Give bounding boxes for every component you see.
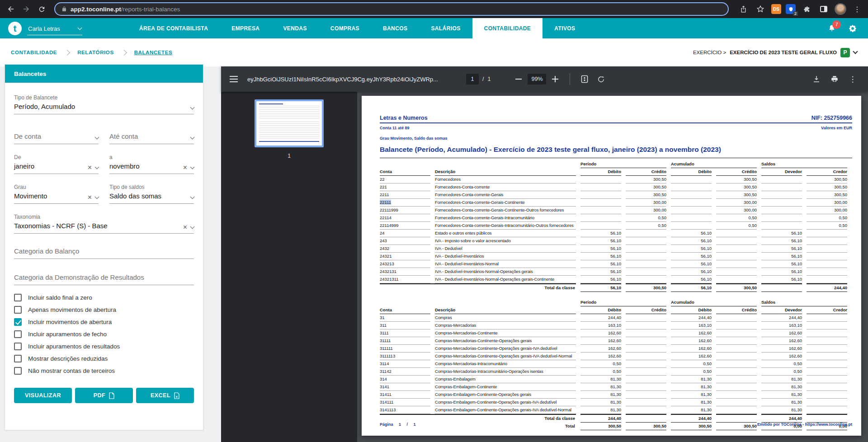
- table-cell: 0,50: [716, 214, 757, 222]
- extension-ds-icon[interactable]: DS: [771, 4, 781, 14]
- zoom-out-button[interactable]: [511, 72, 526, 86]
- categoria-balanco-input[interactable]: Categoria do Balanço: [14, 246, 194, 259]
- nav-item-area-contabilista[interactable]: ÁREA DE CONTABILISTA: [127, 18, 220, 38]
- forward-icon[interactable]: [20, 3, 33, 15]
- zoom-level[interactable]: 99%: [528, 74, 546, 85]
- extension-shield-icon[interactable]: 2: [786, 4, 796, 14]
- checkbox-row[interactable]: Incluir movimentos de abertura: [14, 316, 194, 328]
- categoria-dr-input[interactable]: Categoria da Demonstração de Resultados: [14, 273, 194, 285]
- browser-menu-icon[interactable]: ⋮: [851, 3, 863, 15]
- breadcrumb-contabilidade[interactable]: CONTABILIDADE: [11, 50, 57, 55]
- zoom-in-button[interactable]: [548, 72, 562, 86]
- page-thumbnail[interactable]: [255, 99, 324, 147]
- table-cell: Conta: [380, 168, 430, 176]
- checkbox[interactable]: [14, 318, 22, 326]
- mes-fim-select[interactable]: a novembro ×: [109, 153, 194, 174]
- ate-conta-select[interactable]: Até conta: [109, 132, 194, 144]
- field-placeholder: Categoria do Balanço: [14, 247, 79, 255]
- nav-item-vendas[interactable]: VENDAS: [271, 18, 318, 38]
- mes-inicio-select[interactable]: De janeiro ×: [14, 153, 99, 174]
- checkbox-row[interactable]: Mostrar descrições reduzidas: [14, 353, 194, 365]
- table-cell: 81,30: [671, 383, 712, 391]
- page-count: 1: [487, 76, 491, 82]
- breadcrumb-relatorios[interactable]: RELATÓRIOS: [77, 50, 114, 55]
- back-icon[interactable]: [5, 3, 17, 15]
- profile-avatar[interactable]: [835, 3, 846, 15]
- refresh-icon[interactable]: [35, 3, 48, 15]
- checkbox[interactable]: [14, 330, 22, 338]
- checkbox[interactable]: [14, 306, 22, 314]
- nav-item-contabilidade[interactable]: CONTABILIDADE: [472, 18, 543, 38]
- checkbox-label: Incluir apuramentos de fecho: [28, 331, 107, 338]
- table-cell: Fornecedores-Conta-corrente: [435, 183, 576, 191]
- report-conta-range: Conta 11 até 89: [380, 126, 410, 130]
- visualizar-button[interactable]: VISUALIZAR: [14, 388, 72, 403]
- checkbox-row[interactable]: Apenas movimentos de abertura: [14, 304, 194, 316]
- table-cell: 31142: [380, 368, 430, 376]
- tipo-balancete-select[interactable]: Tipo de Balancete Período, Acumulado: [14, 94, 194, 114]
- table-cell: 24321311: [380, 276, 430, 283]
- chevron-down-icon: [77, 26, 82, 30]
- pdf-button[interactable]: PDF: [75, 388, 133, 403]
- page-number-input[interactable]: 1: [466, 74, 479, 85]
- table-cell: [626, 253, 666, 260]
- checkbox-row[interactable]: Incluir saldo final a zero: [14, 292, 194, 304]
- side-panel-icon[interactable]: [817, 3, 830, 15]
- breadcrumb-balancetes[interactable]: BALANCETES: [134, 50, 173, 55]
- table-cell: [716, 237, 757, 245]
- nav-item-ativos[interactable]: ATIVOS: [542, 18, 587, 38]
- field-value: novembro: [109, 162, 140, 170]
- share-icon[interactable]: [737, 3, 750, 15]
- grau-select[interactable]: Grau Movimento ×: [14, 183, 99, 204]
- rotate-button[interactable]: [594, 72, 608, 86]
- checkbox[interactable]: [14, 294, 22, 301]
- table-cell: [626, 260, 666, 268]
- extensions-puzzle-icon[interactable]: [800, 3, 813, 15]
- download-icon[interactable]: [809, 72, 824, 86]
- clear-x-icon[interactable]: ×: [88, 195, 92, 200]
- table-cell: 56,10: [580, 276, 621, 283]
- nav-item-salarios[interactable]: SALÁRIOS: [419, 18, 472, 38]
- hamburger-menu-icon[interactable]: [226, 72, 241, 86]
- print-icon[interactable]: [827, 72, 842, 86]
- clear-x-icon[interactable]: ×: [88, 165, 92, 170]
- checkbox-row[interactable]: Não mostrar contas de terceiros: [14, 365, 194, 377]
- table-cell: 2432131: [380, 268, 430, 276]
- checkbox-row[interactable]: Incluir apuramentos de resultados: [14, 340, 194, 353]
- table-cell: [716, 345, 757, 353]
- total-row: Total da classe56,10300,5056,10300,50244…: [380, 283, 847, 292]
- table-cell: [626, 383, 666, 391]
- tipo-saldos-select[interactable]: Tipo de saldos Saldo das somas: [109, 183, 194, 204]
- nav-item-empresa[interactable]: EMPRESA: [220, 18, 271, 38]
- clear-x-icon[interactable]: ×: [183, 165, 187, 170]
- taxonomia-select[interactable]: Taxonomia Taxonomias - NCRF (S) - Base ×: [14, 213, 194, 234]
- clear-x-icon[interactable]: ×: [183, 225, 187, 230]
- checkbox[interactable]: [14, 355, 22, 362]
- company-selector[interactable]: Carla Letras: [27, 24, 82, 35]
- table-cell: 0,50: [807, 222, 847, 230]
- settings-gear-icon[interactable]: [848, 24, 857, 33]
- exercise-selector[interactable]: EXERCÍCIO > EXERCÍCIO DE 2023 TESTE GERA…: [693, 48, 857, 57]
- checkbox[interactable]: [14, 367, 22, 375]
- nav-item-compras[interactable]: COMPRAS: [319, 18, 371, 38]
- fit-page-button[interactable]: [577, 72, 592, 86]
- de-conta-select[interactable]: De conta: [14, 132, 99, 144]
- table-row: 22114Fornecedores-Conta-corrente-Gerais-…: [380, 214, 847, 222]
- nav-item-bancos[interactable]: BANCOS: [371, 18, 419, 38]
- table-cell: 31411: [380, 391, 430, 399]
- bookmark-star-icon[interactable]: [754, 3, 767, 15]
- button-label: PDF: [94, 392, 106, 399]
- table-cell: [380, 296, 430, 306]
- notifications-bell-icon[interactable]: 7: [827, 24, 836, 33]
- more-options-icon[interactable]: ⋮: [845, 72, 860, 86]
- table-cell: [626, 414, 666, 423]
- checkbox[interactable]: [14, 343, 22, 350]
- table-cell: Fornecedores-Conta-corrente-Gerais-Conti…: [435, 207, 576, 214]
- table-cell: 0,50: [580, 360, 621, 368]
- excel-button[interactable]: EXCELx: [136, 388, 194, 403]
- checkbox-row[interactable]: Incluir apuramentos de fecho: [14, 328, 194, 340]
- footer-emitted-by: Emitido por TOConline - https://www.toco…: [757, 422, 852, 427]
- table-cell: 300,00: [807, 199, 847, 207]
- url-bar[interactable]: app2.toconline.pt/reports-trial-balances: [54, 2, 729, 16]
- table-cell: [671, 207, 712, 214]
